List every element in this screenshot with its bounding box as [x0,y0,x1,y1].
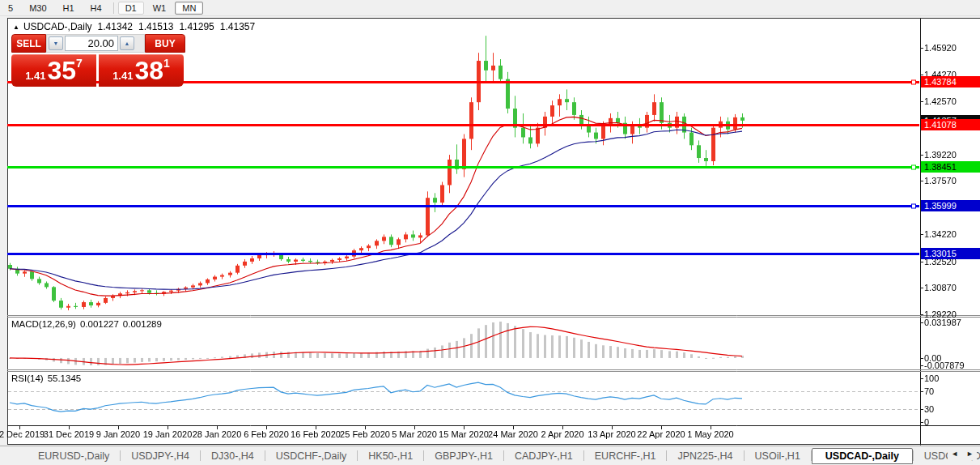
tab-scroll-left-icon[interactable]: ◄ [951,450,958,458]
volume-control: ▼ ▲ [46,34,145,53]
price-badge: 1.41078 [921,119,980,130]
volume-increase-button[interactable]: ▲ [120,36,134,50]
trading-terminal: 5 M30 H1 H4 D1 W1 MN ▲USDCAD-,Daily1.413… [0,0,980,465]
buy-price-box[interactable]: 1.41 38 1 [99,54,184,87]
macd-scale-label: -0.007879 [924,360,965,370]
sell-price-box[interactable]: 1.41 35 7 [11,54,96,87]
macd-scale-label: 0.031987 [924,318,961,327]
price-badge: 1.35999 [921,200,980,211]
ohlc-high: 1.41513 [138,21,173,32]
sell-button[interactable]: SELL [11,34,46,53]
price-badge: 1.43784 [921,76,980,87]
ohlc-close: 1.41357 [220,21,255,32]
ohlc-low: 1.41295 [179,21,214,32]
date-label: 15 Mar 2020 [439,429,489,439]
macd-name: MACD(12,26,9) [11,319,76,329]
chart-header: ▲USDCAD-,Daily1.413421.415131.412951.413… [13,21,255,32]
date-label: 25 Feb 2020 [340,429,390,439]
sell-price-big: 35 [47,56,76,85]
buy-price-sup: 1 [163,57,170,70]
price-badge: 1.33015 [921,248,980,259]
macd-value: 0.001227 [80,319,119,329]
price-tick: 1.39220 [924,150,957,160]
volume-input[interactable] [65,36,118,51]
rsi-scale-label: 30 [924,404,934,414]
rsi-scale-label: 0 [924,417,929,427]
price-tick: 1.42570 [924,96,957,106]
date-label: 13 Apr 2020 [588,429,635,439]
sell-price-prefix: 1.41 [25,70,45,82]
tab-scroll-buttons: ◄ ► [948,447,977,460]
price-tick: 1.45920 [924,43,957,53]
date-label: 28 Jan 2020 [193,429,242,439]
rsi-name: RSI(14) [11,373,44,383]
date-label: 22 Dec 2019 [0,429,45,439]
date-label: 19 Jan 2020 [143,429,193,439]
macd-label: MACD(12,26,9)0.0012270.001289 [11,319,166,329]
buy-price-prefix: 1.41 [112,70,133,82]
rsi-scale-label: 100 [924,373,939,383]
date-label: 22 Apr 2020 [637,429,685,439]
volume-decrease-button[interactable]: ▼ [49,36,63,50]
ohlc-open: 1.41342 [98,21,133,32]
date-label: 9 Jan 2020 [96,429,140,439]
buy-price-big: 38 [134,56,163,85]
symbol-title: USDCAD-,Daily [23,21,92,32]
collapse-icon[interactable]: ▲ [13,23,19,31]
date-label: 31 Dec 2019 [44,429,94,439]
price-tick: 1.34220 [924,229,957,239]
price-tick: 1.30870 [924,283,957,292]
rsi-label: RSI(14)55.1345 [11,373,85,383]
tab-scroll-right-icon[interactable]: ► [966,450,974,458]
sell-price-sup: 7 [76,57,83,70]
price-badge: 1.38451 [921,161,980,173]
date-label: 24 Mar 2020 [488,429,538,439]
rsi-value: 55.1345 [48,373,82,383]
buy-button[interactable]: BUY [145,34,185,53]
date-label: 6 Feb 2020 [244,429,289,439]
date-label: 2 Apr 2020 [541,429,583,439]
date-label: 5 Mar 2020 [392,429,437,439]
macd-signal-value: 0.001289 [123,319,162,329]
price-tick: 1.37570 [924,176,957,186]
date-label: 1 May 2020 [687,429,733,439]
date-label: 16 Feb 2020 [291,429,341,439]
rsi-scale-label: 70 [924,386,934,396]
one-click-trading-panel: SELL ▼ ▲ BUY 1.41 35 7 1.41 38 1 [11,34,185,87]
